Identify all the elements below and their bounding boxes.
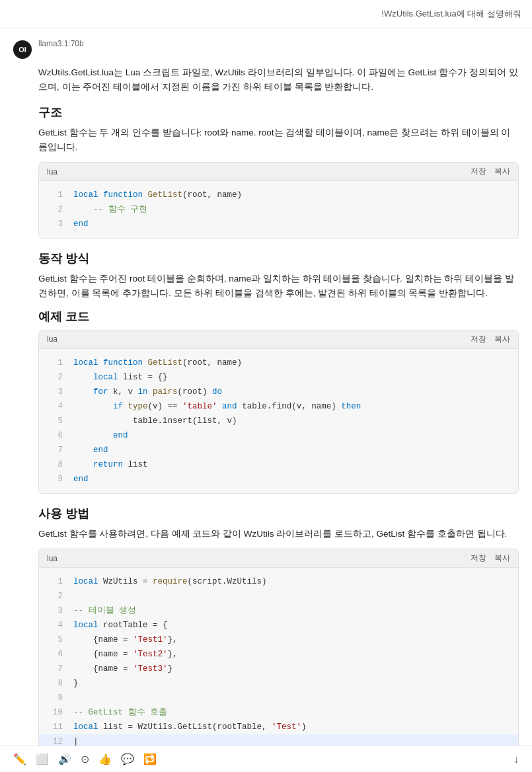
section-text-behavior: GetList 함수는 주어진 root 테이블을 순회하며, name과 일치… xyxy=(38,272,519,300)
code-line: 8 return list xyxy=(39,457,518,472)
code-lang-usage: lua xyxy=(47,554,57,563)
section-title-structure: 구조 xyxy=(38,104,519,120)
save-button-usage[interactable]: 저장 xyxy=(471,553,486,564)
code-lang-example: lua xyxy=(47,334,57,344)
copy-icon[interactable]: ⬜ xyxy=(36,753,49,765)
ai-response: WzUtils.GetList.lua는 Lua 스크립트 파일로, WzUti… xyxy=(13,65,519,772)
copy-button-example[interactable]: 복사 xyxy=(494,334,510,345)
like-icon[interactable]: 👍 xyxy=(98,753,112,765)
code-line: 3 -- 테이블 생성 xyxy=(39,603,518,618)
save-button-structure[interactable]: 저장 xyxy=(471,166,486,177)
toolbar-right: ↓ xyxy=(513,753,519,765)
code-line: 3 for k, v in pairs(root) do xyxy=(39,385,518,399)
code-line: 4 if type(v) == 'table' and table.find(v… xyxy=(39,399,518,414)
info-icon[interactable]: ⊙ xyxy=(81,753,89,765)
code-line: 7 {name = 'Test3'} xyxy=(39,662,518,676)
code-line: 10 -- GetList 함수 호출 xyxy=(39,705,518,720)
code-actions-example: 저장 복사 xyxy=(471,334,510,345)
code-line: 2 local list = {} xyxy=(39,370,518,385)
code-line: 2 -- 함수 구현 xyxy=(39,202,518,217)
code-line: 5 table.insert(list, v) xyxy=(39,414,518,428)
section-title-example: 예제 코드 xyxy=(38,309,519,325)
code-line: 9 xyxy=(39,691,518,705)
code-header-example: lua 저장 복사 xyxy=(39,330,518,349)
code-line: 9 end xyxy=(39,472,518,486)
copy-button-usage[interactable]: 복사 xyxy=(494,553,510,564)
code-line: 3 end xyxy=(39,217,518,231)
ai-model: llama3.1:70b xyxy=(38,39,84,48)
refresh-icon[interactable]: 🔁 xyxy=(143,753,157,765)
code-line: 2 xyxy=(39,589,518,603)
sound-icon[interactable]: 🔊 xyxy=(58,753,71,765)
code-block-example: lua 저장 복사 1 local function GetList(root,… xyxy=(38,330,519,494)
comment-icon[interactable]: 💬 xyxy=(121,753,134,765)
ai-header: OI llama3.1:70b xyxy=(13,39,519,59)
edit-icon[interactable]: ✏️ xyxy=(13,753,26,765)
section-text-structure: GetList 함수는 두 개의 인수를 받습니다: root와 name. r… xyxy=(38,126,519,154)
code-body-structure: 1 local function GetList(root, name) 2 -… xyxy=(39,181,518,238)
code-header-structure: lua 저장 복사 xyxy=(39,163,518,181)
top-query: !WzUtils.GetList.lua에 대해 설명해줘 xyxy=(381,8,521,20)
code-header-usage: lua 저장 복사 xyxy=(39,549,518,568)
code-actions-usage: 저장 복사 xyxy=(471,553,510,564)
code-block-structure: lua 저장 복사 1 local function GetList(root,… xyxy=(38,162,519,239)
code-line: 4 local rootTable = { xyxy=(39,618,518,633)
section-title-behavior: 동작 방식 xyxy=(38,251,519,266)
code-line: 8 } xyxy=(39,676,518,691)
section-title-usage: 사용 방법 xyxy=(38,506,519,521)
top-bar: !WzUtils.GetList.lua에 대해 설명해줘 xyxy=(0,0,532,28)
bottom-toolbar: ✏️ ⬜ 🔊 ⊙ 👍 💬 🔁 ↓ xyxy=(0,746,532,772)
code-line: 5 {name = 'Test1'}, xyxy=(39,633,518,647)
toolbar-left: ✏️ ⬜ 🔊 ⊙ 👍 💬 🔁 xyxy=(13,753,157,765)
code-line: 7 end xyxy=(39,443,518,457)
code-line: 1 local function GetList(root, name) xyxy=(39,188,518,202)
code-body-usage: 1 local WzUtils = require(script.WzUtils… xyxy=(39,568,518,772)
intro-text: WzUtils.GetList.lua는 Lua 스크립트 파일로, WzUti… xyxy=(38,65,519,94)
code-line: 11 local list = WzUtils.GetList(rootTabl… xyxy=(39,720,518,734)
code-block-usage: lua 저장 복사 1 local WzUtils = require(scri… xyxy=(38,549,519,772)
main-content: OI llama3.1:70b WzUtils.GetList.lua는 Lua… xyxy=(0,28,532,772)
scroll-down-button[interactable]: ↓ xyxy=(513,753,519,765)
code-line: 6 {name = 'Test2'}, xyxy=(39,647,518,662)
code-line: 6 end xyxy=(39,428,518,443)
avatar: OI xyxy=(13,40,32,59)
code-line: 1 local function GetList(root, name) xyxy=(39,356,518,370)
copy-button-structure[interactable]: 복사 xyxy=(494,166,510,177)
section-text-usage: GetList 함수를 사용하려면, 다음 예제 코드와 같이 WzUtils … xyxy=(38,527,519,541)
code-actions-structure: 저장 복사 xyxy=(471,166,510,177)
code-line: 1 local WzUtils = require(script.WzUtils… xyxy=(39,574,518,589)
code-lang-structure: lua xyxy=(47,167,57,176)
code-body-example: 1 local function GetList(root, name) 2 l… xyxy=(39,349,518,493)
save-button-example[interactable]: 저장 xyxy=(471,334,486,345)
